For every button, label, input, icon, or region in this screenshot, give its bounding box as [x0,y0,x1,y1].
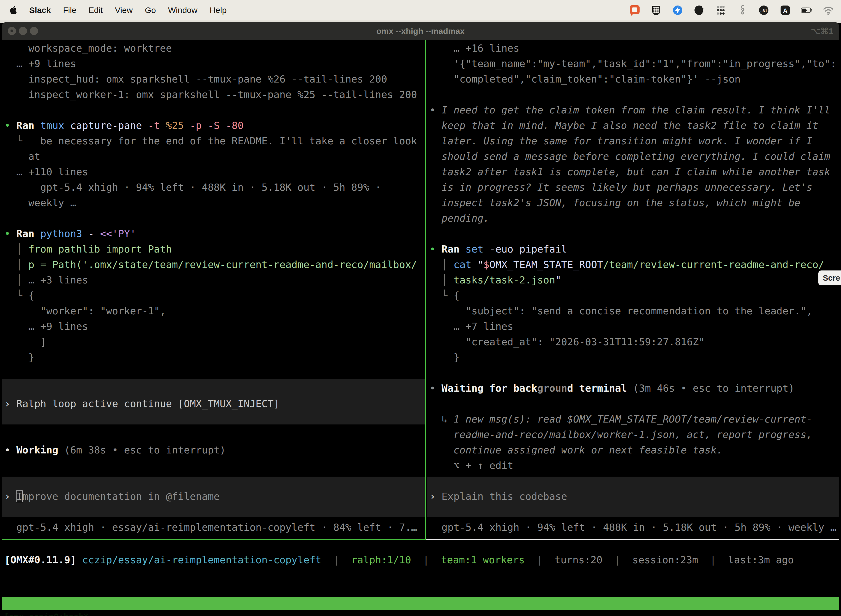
text-segment: d terminal [567,383,633,394]
terminal-line: } [4,350,425,365]
terminal-line [4,103,425,118]
text-segment: │ [4,274,28,286]
battery-icon[interactable] [800,4,813,17]
terminal-line: "worker": "worker-1", [4,303,425,319]
text-segment: cat [454,259,478,270]
terminal-line: is in progress? It seems likely but perh… [429,180,840,195]
terminal-line [429,504,840,520]
terminal-line [4,504,425,520]
text-segment: { [454,290,460,301]
window-title-bar[interactable]: omx --xhigh --madmax ⌥⌘1 [1,22,840,40]
right-pane-lines: … +16 lines '{"team_name":"my-team","tas… [427,40,840,535]
text-segment: from pathlib import Path [28,243,172,255]
text-segment: ] [4,336,46,348]
terminal-line: '{"team_name":"my-team","task_id":"1","f… [429,56,840,72]
terminal-line: › Improve documentation in @filename [4,489,425,504]
text-segment: ↳ [429,414,454,425]
terminal-line: … +110 lines [4,164,425,180]
text-segment: -p -S -80 [190,120,244,131]
window-title: omx --xhigh --madmax [1,22,840,40]
squiggle-icon[interactable] [736,4,749,17]
terminal-line: keep that in mind. Maybe I also need the… [429,118,840,133]
terminal-line: pending. [429,211,840,226]
menu-item-help[interactable]: Help [210,6,227,15]
text-segment: › [4,491,16,502]
tmux-status-bar: [omx-cczip0:bash* "MacBook-Pro-44.local"… [1,597,840,610]
terminal-window: omx --xhigh --madmax ⌥⌘1 workspace_mode:… [1,22,840,616]
blue-bolt-icon[interactable] [671,4,684,17]
terminal-line: readme-and-reco/mailbox/worker-1.json, a… [429,427,840,442]
menu-item-slack[interactable]: Slack [29,6,51,15]
text-segment: OMX_TEAM_STATE_ROOT [489,259,603,270]
text-segment: inspect task2's JSON, focusing on the st… [429,197,800,208]
text-segment: later. Using the same for transition mig… [429,135,812,147]
terminal-line: │ tasks/task-2.json" [429,273,840,288]
terminal-line: weekly … [4,195,425,211]
text-segment: cczip/essay/ai-reimplementation-copyleft [82,554,321,566]
text-segment: " [477,259,484,270]
text-segment: Ran [16,120,40,131]
terminal-line [4,473,425,489]
terminal-line: • Working (6m 38s • esc to interrupt) [4,442,425,458]
terminal-line [429,396,840,412]
apple-icon[interactable] [10,5,18,15]
text-segment: Waiting for back [441,383,537,394]
pie-chart-icon[interactable] [693,4,706,17]
terminal-line: gpt-5.4 xhigh · 94% left · 488K in · 5.1… [4,180,425,195]
input-source-icon[interactable]: A [779,4,792,17]
terminal-line [4,211,425,226]
text-segment: is in progress? It seems likely but perh… [429,182,812,193]
terminal-line: gpt-5.4 xhigh · essay/ai-reimplementatio… [4,520,425,535]
terminal-line: ↳ 1 new msg(s): read $OMX_TEAM_STATE_ROO… [429,412,840,427]
terminal-line: │ from pathlib import Path [4,242,425,257]
text-segment: mprove documentation in @filename [22,491,220,502]
terminal-line: • Ran set -euo pipefail [429,242,840,257]
text-segment: "completed","claim_token":"claim-token"}… [429,73,741,85]
text-segment: turns:20 [555,554,602,566]
menu-item-window[interactable]: Window [168,6,198,15]
text-segment: "created_at": "2026-03-31T11:59:27.816Z" [429,336,705,348]
text-segment: at [4,151,40,162]
pane-divider[interactable] [425,40,426,540]
text-segment: │ [429,274,454,286]
terminal-line: should send a message before completing … [429,149,840,164]
terminal-line: "completed","claim_token":"claim-token"}… [429,72,840,87]
terminal-line [429,87,840,103]
menu-bar: Slack File Edit View Go Window Help ..61… [0,0,841,21]
right-terminal-pane[interactable]: … +16 lines '{"team_name":"my-team","tas… [427,40,840,539]
menu-item-edit[interactable]: Edit [89,6,103,15]
wifi-icon[interactable] [822,4,835,17]
text-segment: } [4,352,34,363]
terminal-line [4,458,425,473]
speed-badge-label: ..61 [760,8,767,13]
speed-badge-icon[interactable]: ..61 [757,4,771,17]
text-segment: be necessary for the end of the README. … [28,135,417,147]
terminal-line: inspect_hud: omx sparkshell --tmux-pane … [4,72,425,87]
text-segment: - [88,228,100,239]
text-segment: <<'PY' [100,228,136,239]
text-segment: should send a message before completing … [429,151,830,162]
terminal-line [429,226,840,242]
menu-item-view[interactable]: View [115,6,132,15]
text-segment: team:1 workers [441,554,525,566]
window-shortcut-badge: ⌥⌘1 [811,22,833,40]
terminal-line [429,365,840,381]
menu-item-go[interactable]: Go [145,6,156,15]
menu-item-file[interactable]: File [63,6,76,15]
chat-app-icon[interactable] [628,4,641,17]
text-segment: └ [4,135,28,147]
text-segment: $ [484,259,489,270]
text-segment: └ [429,290,454,301]
terminal-line [4,412,425,427]
terminal-line: gpt-5.4 xhigh · 94% left · 488K in · 5.1… [429,520,840,535]
text-segment: Ran [16,228,40,239]
screen-share-chip[interactable]: Scre [818,270,841,285]
left-terminal-pane[interactable]: workspace_mode: worktree … +9 lines insp… [1,40,425,539]
text-segment: • [429,104,441,116]
terminal-line: • Waiting for background terminal (3m 46… [429,381,840,396]
terminal-line: … +9 lines [4,56,425,72]
keypad-shield-icon[interactable] [649,4,663,17]
terminal-content: workspace_mode: worktree … +9 lines insp… [1,40,840,616]
tmux-session-label[interactable]: [omx-cczip0:bash* [4,610,89,616]
dots-grid-icon[interactable] [714,4,727,17]
